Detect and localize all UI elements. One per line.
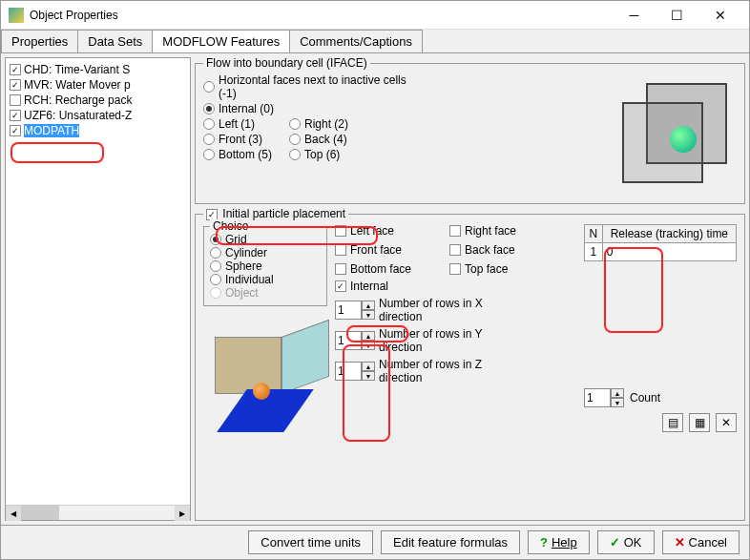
footer: Convert time units Edit feature formulas… [1, 525, 749, 559]
close-button[interactable]: ✕ [698, 2, 741, 29]
edit-feature-formulas-button[interactable]: Edit feature formulas [381, 530, 520, 554]
iface-radio-internal[interactable]: Internal (0) [203, 102, 409, 115]
col-n: N [585, 225, 603, 243]
tree-item-rch[interactable]: RCH: Recharge pack [10, 93, 186, 108]
tree-item-uzf6[interactable]: ✓UZF6: Unsaturated-Z [10, 108, 186, 123]
iface-groupbox: Flow into boundary cell (IFACE) Horizont… [195, 63, 745, 204]
tree-hscrollbar[interactable]: ◀ ▶ [6, 505, 190, 520]
convert-time-units-button[interactable]: Convert time units [248, 530, 373, 554]
choice-cylinder[interactable]: Cylinder [210, 246, 321, 259]
ipp-groupbox: ✓ Initial particle placement Choice Grid… [195, 214, 745, 521]
spin-down-icon[interactable]: ▼ [362, 371, 375, 381]
rows-x-label: Number of rows in X direction [379, 297, 512, 323]
app-icon [9, 8, 24, 23]
spin-down-icon[interactable]: ▼ [362, 341, 375, 350]
iface-radio-horizontal[interactable]: Horizontal faces next to inactive cells … [203, 73, 409, 100]
choice-individual[interactable]: Individual [210, 273, 321, 286]
ipp-preview [203, 318, 327, 432]
check-icon: ✓ [610, 535, 620, 550]
face-left-check[interactable]: Left face [335, 224, 449, 238]
face-back-check[interactable]: Back face [449, 243, 545, 257]
titlebar: Object Properties ─ ☐ ✕ [1, 1, 749, 30]
ipp-legend: ✓ Initial particle placement [203, 207, 348, 220]
scroll-right-icon[interactable]: ▶ [175, 506, 190, 521]
tab-modflow-features[interactable]: MODFLOW Features [152, 30, 290, 52]
x-icon: ✕ [675, 535, 685, 550]
window-title: Object Properties [30, 9, 613, 22]
count-spinner[interactable]: ▲▼ [584, 388, 624, 407]
spin-down-icon[interactable]: ▼ [362, 310, 375, 320]
choice-groupbox: Choice Grid Cylinder Sphere Individual O… [203, 226, 327, 306]
scroll-left-icon[interactable]: ◀ [6, 506, 21, 521]
spin-up-icon[interactable]: ▲ [362, 331, 375, 341]
tree-item-chd[interactable]: ✓CHD: Time-Variant S [10, 62, 186, 77]
minimize-button[interactable]: ─ [613, 2, 656, 29]
rows-x-spinner[interactable]: ▲▼ [335, 301, 375, 320]
choice-sphere[interactable]: Sphere [210, 259, 321, 273]
choice-object: Object [210, 286, 321, 300]
release-time-table[interactable]: NRelease (tracking) time 10 [584, 224, 737, 261]
tab-data-sets[interactable]: Data Sets [77, 30, 153, 52]
iface-legend: Flow into boundary cell (IFACE) [203, 56, 370, 70]
choice-grid[interactable]: Grid [210, 233, 321, 246]
iface-radio-right[interactable]: Right (2) [289, 117, 365, 131]
rows-z-label: Number of rows in Z direction [379, 358, 512, 384]
add-row-button[interactable]: ▦ [689, 413, 710, 432]
spin-up-icon[interactable]: ▲ [611, 388, 624, 398]
iface-radio-front[interactable]: Front (3) [203, 133, 280, 146]
ok-button[interactable]: ✓OK [597, 530, 655, 554]
iface-radio-left[interactable]: Left (1) [203, 117, 280, 131]
delete-row-button[interactable]: ✕ [716, 413, 737, 432]
tree-item-modpath[interactable]: ✓MODPATH [10, 123, 186, 138]
scroll-thumb[interactable] [21, 506, 59, 520]
iface-radio-back[interactable]: Back (4) [289, 133, 365, 146]
iface-radio-top[interactable]: Top (6) [289, 148, 365, 161]
maximize-button[interactable]: ☐ [656, 2, 698, 29]
face-top-check[interactable]: Top face [449, 262, 545, 276]
tab-properties[interactable]: Properties [1, 30, 78, 52]
face-right-check[interactable]: Right face [449, 224, 545, 238]
iface-radio-bottom[interactable]: Bottom (5) [203, 148, 280, 161]
col-release-time: Release (tracking) time [602, 225, 736, 243]
rows-y-spinner[interactable]: ▲▼ [335, 331, 375, 350]
tree-item-mvr[interactable]: ✓MVR: Water Mover p [10, 77, 186, 93]
internal-check[interactable]: ✓Internal [335, 280, 545, 293]
feature-tree[interactable]: ✓CHD: Time-Variant S ✓MVR: Water Mover p… [6, 58, 190, 505]
choice-legend: Choice [210, 219, 251, 233]
insert-row-button[interactable]: ▤ [662, 413, 683, 432]
face-front-check[interactable]: Front face [335, 243, 449, 257]
sphere2-icon [253, 383, 270, 400]
help-button[interactable]: ?Help [528, 530, 590, 554]
help-icon: ? [540, 535, 548, 550]
cell-time[interactable]: 0 [602, 243, 736, 261]
iface-preview [613, 73, 737, 197]
cancel-button[interactable]: ✕Cancel [662, 530, 740, 554]
main-tabs: Properties Data Sets MODFLOW Features Co… [1, 30, 749, 53]
spin-up-icon[interactable]: ▲ [362, 301, 375, 310]
cell-n[interactable]: 1 [585, 243, 603, 261]
sphere-icon [670, 126, 697, 153]
face-bottom-check[interactable]: Bottom face [335, 262, 449, 276]
tab-comments-captions[interactable]: Comments/Captions [289, 30, 423, 52]
feature-tree-pane: ✓CHD: Time-Variant S ✓MVR: Water Mover p… [5, 57, 191, 521]
spin-down-icon[interactable]: ▼ [611, 398, 624, 407]
spin-up-icon[interactable]: ▲ [362, 362, 375, 371]
count-label: Count [630, 391, 660, 404]
rows-y-label: Number of rows in Y direction [379, 327, 512, 354]
rows-z-spinner[interactable]: ▲▼ [335, 362, 375, 381]
